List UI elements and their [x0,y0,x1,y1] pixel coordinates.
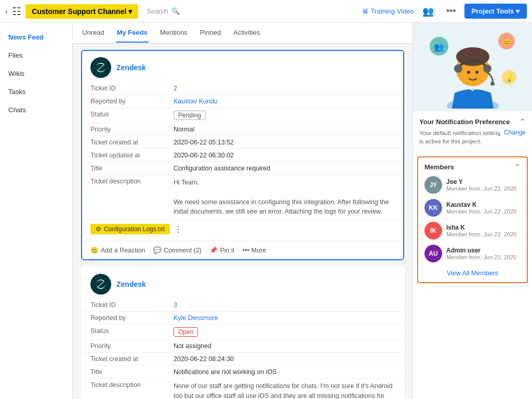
change-link[interactable]: Change [504,129,526,136]
member-name-0: Joe Y [446,178,516,185]
notification-collapse-button[interactable]: ⌃ [520,117,526,126]
pin-button-1[interactable]: 📌 Pin it [209,246,234,254]
ticket-table-2: Ticket ID 3 Reported by Kyle Densmore St… [82,299,403,399]
table-row: Reported by Kaustav Kundu [82,95,403,108]
post-service-1[interactable]: Zendesk [116,63,146,72]
field-value: Open [165,325,403,340]
svg-text:😊: 😊 [502,38,511,47]
comment-button-1[interactable]: 💬 Comment (2) [153,246,202,254]
pin-label-1: Pin it [220,247,234,254]
back-button[interactable]: ‹ [5,7,8,16]
tab-my-feeds[interactable]: My Feeds [116,23,149,43]
member-since-1: Member from: Jun 22, 2020 [446,208,516,215]
tab-activities[interactable]: Activities [232,23,261,43]
field-label: Ticket ID [82,82,165,95]
member-info-1: Kaustav K Member from: Jun 22, 2020 [446,201,516,215]
member-name-2: Isha K [446,224,516,231]
agent-illustration-area: 👥 😊 💡 [413,23,532,111]
attachment-row-1: ⚙ Configuration Logs.txt ⋮ [82,220,403,241]
sidebar-item-chats[interactable]: Chats [0,101,72,119]
member-info-0: Joe Y Member from: Jun 22, 2020 [446,178,516,192]
field-label: Ticket updated at [82,149,165,162]
field-value: 2020-06-22 06:30:02 [165,149,403,162]
members-header: Members ⌃ [424,163,521,171]
post-service-2[interactable]: Zendesk [116,280,146,288]
field-value: 2020-06-22 05:13:52 [165,136,403,149]
field-value: Not assigned [165,340,403,353]
members-title: Members [424,163,454,171]
table-row: Ticket created at 2020-06-22 08:24:30 [82,353,403,366]
field-label: Status [82,108,165,123]
view-all-members-link[interactable]: View All Members [424,268,521,277]
svg-point-9 [454,64,462,73]
member-item-3: AU Admin user Member from: Jun 22, 2020 [424,245,521,262]
svg-point-12 [467,71,470,74]
ticket-description-1: Hi Team,We need some assistance in confi… [174,178,395,217]
tab-unread[interactable]: Unread [81,23,105,43]
tab-pinned[interactable]: Pinned [199,23,222,43]
content-area: Unread My Feeds Mentions Pinned Activiti… [73,23,413,399]
more-label-1: More [251,247,266,254]
member-since-3: Member from: Jun 22, 2020 [446,254,516,260]
more-button-1[interactable]: ••• More [243,247,267,254]
project-tools-button[interactable]: Project Tools ▾ [464,4,527,19]
ticket-description-2: None of our staff are getting notificati… [174,381,395,399]
table-row: Ticket ID 2 [82,82,403,95]
project-tools-label: Project Tools [472,7,514,15]
react-button-1[interactable]: 🙂 Add a Reaction [90,246,145,254]
reported-by-link-2[interactable]: Kyle Densmore [174,314,218,322]
attachment-name-1: Configuration Logs.txt [104,225,165,233]
field-value: None of our staff are getting notificati… [165,379,403,400]
search-label: Search [147,7,168,15]
search-area[interactable]: Search 🔍 [147,7,179,15]
action-bar-1: 🙂 Add a Reaction · 💬 Comment (2) · 📌 Pin… [82,241,403,259]
sep-1: · [148,247,150,254]
table-row: Priority Not assigned [82,340,403,353]
tab-mentions[interactable]: Mentions [159,23,189,43]
field-label: Title [82,366,165,379]
sidebar-item-tasks[interactable]: Tasks [0,83,72,101]
ticket-id-link-2[interactable]: 3 [174,301,177,309]
sidebar-item-files[interactable]: Files [0,46,72,64]
notification-body: Your default notification setting is act… [419,129,526,145]
agent-svg: 👥 😊 💡 [426,25,520,109]
attachment-more-icon[interactable]: ⋮ [174,224,182,234]
pin-icon-1: 📌 [209,246,218,254]
ticket-table-1: Ticket ID 2 Reported by Kaustav Kundu St… [82,82,403,220]
apps-icon[interactable]: ☷ [12,5,21,18]
share-button[interactable]: 👥 [418,4,438,19]
sep-3: · [237,247,239,254]
reported-by-link-1[interactable]: Kaustav Kundu [174,98,218,105]
notification-header: Your Notification Preference ⌃ [419,117,526,126]
table-row: Ticket description None of our staff are… [82,379,403,400]
field-label: Reported by [82,312,165,325]
sidebar-item-news-feed[interactable]: News Feed [0,28,72,46]
channel-button[interactable]: Customer Support Channel ▾ [25,4,138,19]
project-tools-dropdown-icon: ▾ [516,7,520,15]
training-video-link[interactable]: 🖥 Training Video [362,7,414,15]
table-row: Status Pending [82,108,403,123]
sidebar-item-wikis[interactable]: Wikis [0,64,72,83]
search-icon: 🔍 [171,7,180,15]
member-avatar-0: JY [424,176,442,194]
post-card-1: Zendesk Ticket ID 2 Reported by Kaustav … [81,50,404,260]
channel-name: Customer Support Channel [32,7,126,16]
field-value: Normal [165,123,403,136]
training-video-label: Training Video [371,7,414,15]
table-row: Ticket description Hi Team,We need some … [82,175,403,220]
ticket-id-link-1[interactable]: 2 [174,85,177,92]
table-row: Reported by Kyle Densmore [82,312,403,325]
members-collapse-button[interactable]: ⌃ [514,163,521,171]
field-value: 2020-06-22 08:24:30 [165,353,403,366]
field-label: Ticket ID [82,299,165,312]
comment-label-1: Comment (2) [164,247,202,254]
topbar: ‹ ☷ Customer Support Channel ▾ Search 🔍 … [0,0,532,23]
member-info-3: Admin user Member from: Jun 22, 2020 [446,247,516,260]
field-value: Pending [165,108,403,123]
more-options-button[interactable]: ••• [442,4,460,19]
field-label: Ticket description [82,175,165,220]
attachment-chip-1[interactable]: ⚙ Configuration Logs.txt [90,224,170,234]
field-value: Configuration assistance required [165,162,403,175]
table-row: Title Notifications are not working on i… [82,366,403,379]
tabs-bar: Unread My Feeds Mentions Pinned Activiti… [73,23,413,44]
